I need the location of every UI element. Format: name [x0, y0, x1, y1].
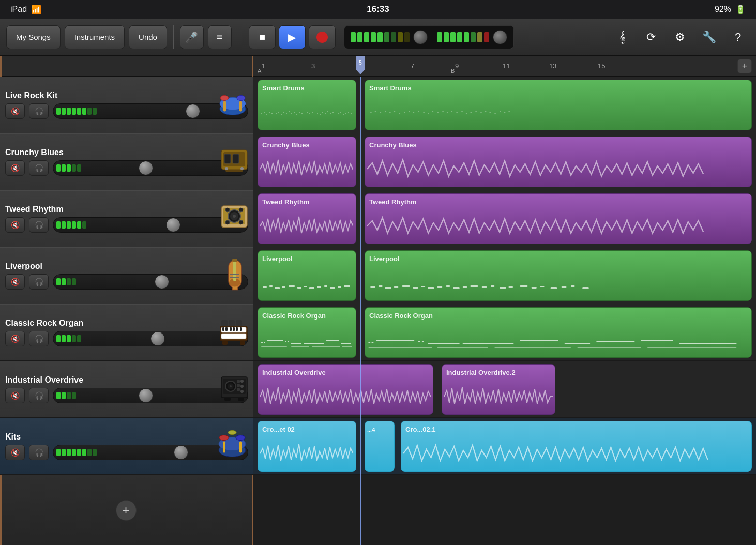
- play-button[interactable]: ▶: [279, 25, 306, 49]
- svg-rect-130: [289, 285, 295, 287]
- meter-bar-2: [357, 32, 362, 42]
- svg-rect-139: [370, 286, 375, 288]
- svg-rect-85: [322, 112, 323, 113]
- help-icon-button[interactable]: ?: [726, 25, 750, 49]
- svg-rect-168: [291, 343, 301, 344]
- svg-rect-42: [222, 341, 228, 345]
- waveform-industrial-overdrive-1: [260, 381, 431, 412]
- clip-industrial-overdrive-2[interactable]: Industrial Overdrive.2: [442, 364, 555, 415]
- stop-button[interactable]: ■: [249, 25, 276, 49]
- svg-rect-173: [291, 346, 309, 347]
- clip-smart-drums-2[interactable]: Smart Drums: [365, 80, 752, 130]
- svg-rect-131: [297, 287, 301, 289]
- clip-tweed-rhythm-2[interactable]: Tweed Rhythm: [365, 193, 752, 244]
- clip-kits-2[interactable]: ...4: [365, 421, 395, 472]
- headphones-button-liverpool[interactable]: 🎧: [29, 274, 49, 290]
- svg-rect-92: [343, 114, 344, 115]
- undo-button[interactable]: Undo: [129, 25, 167, 49]
- svg-rect-159: [551, 287, 557, 289]
- clip-liverpool-2[interactable]: Liverpool: [365, 250, 752, 301]
- microphone-button[interactable]: 🎤: [180, 25, 204, 49]
- svg-rect-75: [291, 113, 292, 114]
- svg-rect-67: [269, 112, 270, 113]
- meter-bar-4: [371, 32, 376, 42]
- volume-knob-tweed-rhythm[interactable]: [166, 218, 180, 232]
- arrangement-row-classic-rock-organ: Classic Rock Organ: [253, 304, 756, 361]
- meter-knob-r[interactable]: [493, 30, 507, 44]
- clip-kits-3[interactable]: Cro...02.1: [401, 421, 752, 472]
- headphones-button-kits[interactable]: 🎧: [29, 445, 49, 460]
- headphones-button-industrial-overdrive[interactable]: 🎧: [29, 388, 49, 403]
- loop-icon-button[interactable]: ⟳: [639, 25, 663, 49]
- my-songs-button[interactable]: My Songs: [6, 25, 61, 49]
- mute-button-crunchy-blues[interactable]: 🔇: [5, 160, 25, 176]
- meter-bar-r8: [484, 32, 489, 42]
- track-info-liverpool: Liverpool 🔇 🎧: [0, 247, 253, 304]
- volume-bars-tweed-rhythm: [56, 221, 86, 229]
- svg-rect-56: [238, 398, 244, 401]
- svg-rect-110: [437, 112, 438, 113]
- add-section-button[interactable]: +: [737, 59, 752, 73]
- mute-button-live-rock-kit[interactable]: 🔇: [5, 103, 25, 119]
- svg-rect-190: [494, 347, 571, 348]
- headphones-button-tweed-rhythm[interactable]: 🎧: [29, 217, 49, 233]
- svg-rect-187: [679, 343, 737, 344]
- clip-classic-rock-organ-1[interactable]: Classic Rock Organ: [258, 307, 356, 358]
- clip-industrial-overdrive-1[interactable]: Industrial Overdrive: [258, 364, 433, 415]
- mute-icon-3: 🔇: [11, 221, 20, 229]
- svg-rect-180: [422, 341, 424, 342]
- arrangement-row-crunchy-blues: Crunchy Blues Crunchy Blues: [253, 133, 756, 190]
- volume-slider-liverpool[interactable]: [53, 274, 248, 290]
- clip-liverpool-1[interactable]: Liverpool: [258, 250, 356, 301]
- volume-knob-classic-rock-organ[interactable]: [150, 331, 165, 346]
- clip-smart-drums-1[interactable]: Smart Drums: [258, 80, 356, 130]
- headphones-button-live-rock-kit[interactable]: 🎧: [29, 103, 49, 119]
- mute-button-kits[interactable]: 🔇: [5, 445, 25, 460]
- svg-rect-127: [269, 285, 273, 287]
- mute-icon-5: 🔇: [11, 335, 20, 343]
- svg-rect-37: [236, 327, 238, 331]
- svg-rect-49: [237, 380, 240, 383]
- mute-icon-2: 🔇: [11, 164, 20, 172]
- mixer-icon-button[interactable]: ⚙: [668, 25, 692, 49]
- mute-button-liverpool[interactable]: 🔇: [5, 274, 25, 290]
- record-button[interactable]: [309, 25, 336, 49]
- svg-rect-141: [385, 287, 391, 289]
- instrument-image-liverpool: [221, 258, 249, 294]
- svg-rect-163: [261, 342, 263, 343]
- svg-rect-103: [404, 112, 405, 113]
- clip-crunchy-blues-1[interactable]: Crunchy Blues: [258, 137, 356, 187]
- toolbar-right-icons: 𝄞 ⟳ ⚙ 🔧 ?: [610, 25, 750, 49]
- svg-rect-105: [413, 112, 414, 113]
- clip-classic-rock-organ-2[interactable]: Classic Rock Organ: [365, 307, 752, 358]
- svg-rect-158: [540, 286, 544, 287]
- instruments-button[interactable]: Instruments: [65, 25, 125, 49]
- mute-button-tweed-rhythm[interactable]: 🔇: [5, 217, 25, 233]
- headphones-button-crunchy-blues[interactable]: 🎧: [29, 160, 49, 176]
- separator-1: [173, 25, 174, 49]
- playhead-marker[interactable]: 5: [356, 56, 365, 77]
- clip-kits-1[interactable]: Cro...et 02: [258, 421, 356, 472]
- svg-rect-38: [240, 327, 242, 331]
- volume-knob-kits[interactable]: [174, 445, 188, 460]
- svg-rect-192: [647, 347, 736, 348]
- tracks-view-button[interactable]: ≡: [208, 25, 232, 49]
- svg-rect-124: [504, 112, 505, 113]
- meter-bar-r1: [437, 32, 442, 42]
- svg-rect-147: [437, 286, 442, 288]
- volume-knob-live-rock-kit[interactable]: [186, 104, 200, 118]
- mute-button-industrial-overdrive[interactable]: 🔇: [5, 388, 25, 403]
- svg-rect-79: [301, 113, 303, 114]
- meter-knob[interactable]: [413, 30, 428, 44]
- settings-icon-button[interactable]: 🔧: [697, 25, 721, 49]
- clip-tweed-rhythm-1[interactable]: Tweed Rhythm: [258, 193, 356, 244]
- svg-rect-177: [372, 342, 374, 343]
- mute-button-classic-rock-organ[interactable]: 🔇: [5, 331, 25, 346]
- clip-crunchy-blues-2[interactable]: Crunchy Blues: [365, 137, 752, 187]
- note-icon-button[interactable]: 𝄞: [610, 25, 634, 49]
- volume-knob-industrial-overdrive[interactable]: [139, 388, 153, 403]
- volume-knob-liverpool[interactable]: [155, 275, 169, 289]
- volume-knob-crunchy-blues[interactable]: [139, 161, 153, 175]
- add-track-button[interactable]: +: [0, 475, 252, 545]
- headphones-button-classic-rock-organ[interactable]: 🎧: [29, 331, 49, 346]
